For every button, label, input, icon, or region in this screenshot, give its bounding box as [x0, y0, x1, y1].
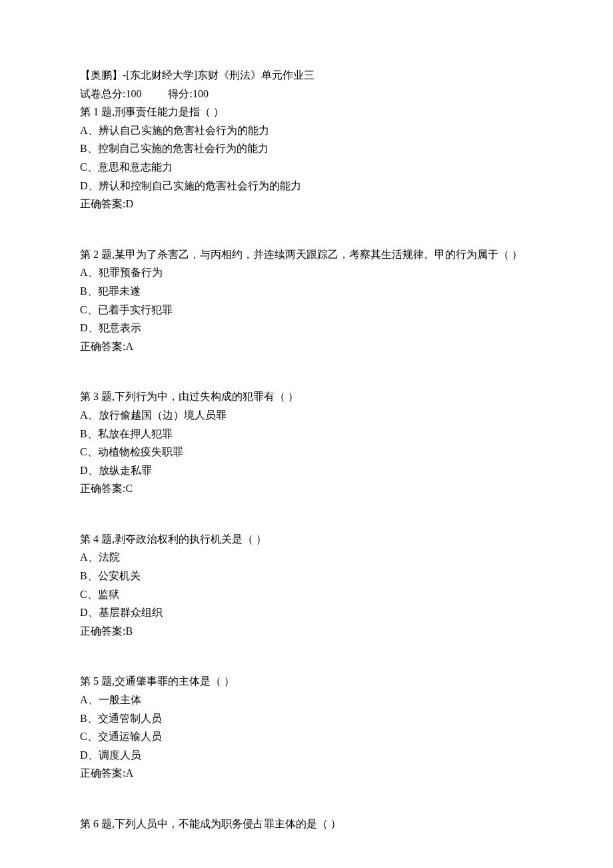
document-title: 【奥鹏】-[东北财经大学]东财《刑法》单元作业三	[80, 67, 533, 84]
total-score-label: 试卷总分:	[80, 88, 125, 99]
question-option: D、调度人员	[80, 747, 533, 764]
question-option: C、监狱	[80, 586, 533, 603]
score-line: 试卷总分:100得分:100	[80, 85, 533, 103]
question-option: B、犯罪未遂	[80, 283, 533, 300]
question-option: C、交通运输人员	[80, 728, 533, 745]
question-option: B、控制自己实施的危害社会行为的能力	[80, 140, 533, 157]
total-score-value: 100	[125, 88, 141, 99]
question-stem: 第 4 题,剥夺政治权利的执行机关是（ ）	[80, 531, 533, 548]
question-option: A、一般主体	[80, 691, 533, 709]
question-option: D、基层群众组织	[80, 604, 533, 621]
question-stem: 第 1 题,刑事责任能力是指（ ）	[80, 103, 533, 121]
got-score-value: 100	[193, 88, 209, 99]
question-option: A、放行偷越国（边）境人员罪	[80, 407, 533, 424]
question-answer: 正确答案:A	[80, 338, 533, 355]
question-option: D、辨认和控制自己实施的危害社会行为的能力	[80, 177, 533, 195]
question-option: C、已着手实行犯罪	[80, 301, 533, 319]
question-answer: 正确答案:A	[80, 765, 533, 782]
question-option: B、公安机关	[80, 567, 533, 585]
question-option: C、意思和意志能力	[80, 159, 533, 176]
question-block: 第 2 题,某甲为了杀害乙，与丙相约，并连续两天跟踪乙，考察其生活规律。甲的行为…	[80, 246, 533, 355]
question-option: B、交通管制人员	[80, 710, 533, 727]
questions-container: 第 1 题,刑事责任能力是指（ ）A、辨认自己实施的危害社会行为的能力B、控制自…	[80, 103, 533, 832]
question-block: 第 4 题,剥夺政治权利的执行机关是（ ）A、法院B、公安机关C、监狱D、基层群…	[80, 531, 533, 640]
question-stem: 第 5 题,交通肇事罪的主体是（ ）	[80, 673, 533, 690]
question-answer: 正确答案:D	[80, 195, 533, 213]
question-option: D、放纵走私罪	[80, 462, 533, 479]
question-block: 第 3 题,下列行为中，由过失构成的犯罪有（ ）A、放行偷越国（边）境人员罪B、…	[80, 388, 533, 497]
question-option: B、私放在押人犯罪	[80, 425, 533, 443]
question-answer: 正确答案:C	[80, 480, 533, 497]
question-block: 第 5 题,交通肇事罪的主体是（ ）A、一般主体B、交通管制人员C、交通运输人员…	[80, 673, 533, 782]
question-option: A、犯罪预备行为	[80, 264, 533, 281]
question-answer: 正确答案:B	[80, 623, 533, 640]
question-block: 第 6 题,下列人员中，不能成为职务侵占罪主体的是（ ）	[80, 815, 533, 833]
question-option: A、法院	[80, 549, 533, 566]
question-option: D、犯意表示	[80, 319, 533, 337]
question-block: 第 1 题,刑事责任能力是指（ ）A、辨认自己实施的危害社会行为的能力B、控制自…	[80, 103, 533, 213]
question-stem: 第 6 题,下列人员中，不能成为职务侵占罪主体的是（ ）	[80, 815, 533, 833]
question-option: C、动植物检疫失职罪	[80, 443, 533, 461]
question-stem: 第 2 题,某甲为了杀害乙，与丙相约，并连续两天跟踪乙，考察其生活规律。甲的行为…	[80, 246, 533, 263]
question-option: A、辨认自己实施的危害社会行为的能力	[80, 122, 533, 139]
question-stem: 第 3 题,下列行为中，由过失构成的犯罪有（ ）	[80, 388, 533, 405]
got-score-label: 得分:	[168, 88, 192, 99]
